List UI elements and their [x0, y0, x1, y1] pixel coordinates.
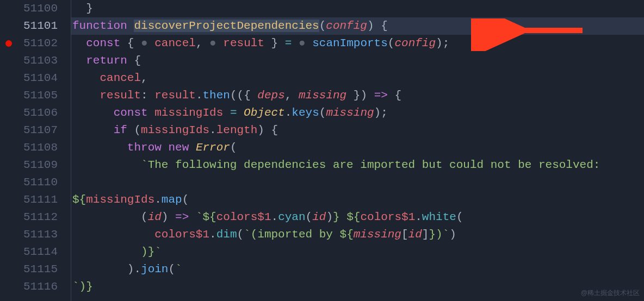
line-number: 51103 — [0, 52, 58, 70]
line-number: 51113 — [0, 226, 58, 243]
code-line: ${missingIds.map( — [71, 191, 644, 209]
line-number: 51111 — [0, 191, 58, 209]
code-line: if (missingIds.length) { — [71, 122, 644, 139]
line-number: 51112 — [0, 209, 58, 226]
line-number: 51114 — [0, 243, 58, 261]
line-gutter: 5110051101511025110351104511055110651107… — [0, 0, 71, 301]
code-line: )}` — [71, 243, 644, 261]
line-number: 51110 — [0, 174, 58, 191]
breakpoint-icon[interactable] — [5, 40, 12, 47]
line-number: 51109 — [0, 156, 58, 174]
watermark-text: @稀土掘金技术社区 — [581, 289, 640, 298]
code-area[interactable]: } function discoverProjectDependencies(c… — [71, 0, 644, 301]
code-line: throw new Error( — [71, 139, 644, 156]
code-line: result: result.then(({ deps, missing }) … — [71, 87, 644, 104]
code-line: `The following dependencies are imported… — [71, 156, 644, 174]
code-line: const missingIds = Object.keys(missing); — [71, 104, 644, 122]
line-number: 51115 — [0, 261, 58, 278]
line-number: 51104 — [0, 70, 58, 87]
code-line: const { ● cancel, ● result } = ● scanImp… — [71, 35, 644, 52]
line-number: 51106 — [0, 104, 58, 122]
code-line: (id) => `${colors$1.cyan(id)} ${colors$1… — [71, 209, 644, 226]
line-number: 51105 — [0, 87, 58, 104]
code-line — [71, 174, 644, 191]
code-line: ).join(` — [71, 261, 644, 278]
line-number: 51116 — [0, 278, 58, 296]
code-line: } — [71, 0, 644, 17]
code-line-active: function discoverProjectDependencies(con… — [71, 17, 644, 35]
code-line: return { — [71, 52, 644, 70]
line-number: 51102 — [0, 35, 58, 52]
code-line: `)} — [71, 278, 644, 296]
line-number: 51100 — [0, 0, 58, 17]
line-number: 51101 — [0, 17, 58, 35]
line-number: 51107 — [0, 122, 58, 139]
line-number: 51108 — [0, 139, 58, 156]
code-line: cancel, — [71, 70, 644, 87]
code-editor[interactable]: 5110051101511025110351104511055110651107… — [0, 0, 644, 301]
code-line: colors$1.dim(`(imported by ${missing[id]… — [71, 226, 644, 243]
